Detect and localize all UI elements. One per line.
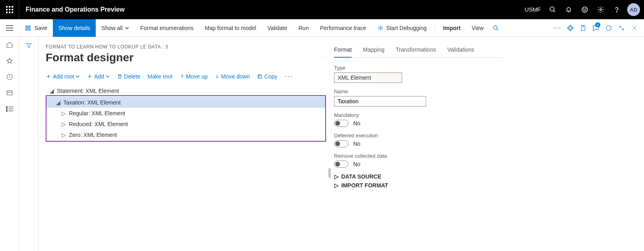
- recent-button[interactable]: [5, 72, 14, 82]
- separator: [435, 23, 435, 33]
- remove-toggle[interactable]: [334, 161, 348, 168]
- smile-icon: [581, 6, 588, 13]
- toolbar-more-button[interactable]: ···: [285, 72, 294, 80]
- messages-button[interactable]: 0: [590, 19, 602, 37]
- svg-point-12: [584, 9, 584, 10]
- chevron-down-icon: ◢: [49, 88, 54, 94]
- favorites-button[interactable]: [5, 56, 14, 66]
- left-column: FORMAT TO LEARN HOW TO LOOKUP LE DATA : …: [46, 44, 326, 251]
- delete-button[interactable]: Delete: [117, 73, 140, 80]
- validate-button[interactable]: Validate: [262, 19, 293, 37]
- make-root-button[interactable]: Make root: [147, 73, 172, 80]
- svg-line-10: [553, 10, 555, 12]
- svg-rect-0: [6, 6, 8, 8]
- save-button[interactable]: Save: [19, 19, 53, 37]
- section-import-format[interactable]: ▷ IMPORT FORMAT: [334, 182, 502, 189]
- run-button[interactable]: Run: [293, 19, 314, 37]
- copy-button[interactable]: Copy: [257, 73, 278, 80]
- performance-trace-button[interactable]: Performance trace: [314, 19, 372, 37]
- modules-button[interactable]: [5, 104, 14, 114]
- mandatory-toggle[interactable]: [334, 120, 348, 127]
- add-button[interactable]: Add: [87, 73, 110, 80]
- company-code[interactable]: USMF: [521, 6, 545, 13]
- view-button[interactable]: View: [466, 19, 489, 37]
- refresh-button[interactable]: [602, 19, 615, 37]
- tree-node-child[interactable]: ▷ Regular: XML Element: [46, 108, 325, 118]
- main-layout: FORMAT TO LEARN HOW TO LOOKUP LE DATA : …: [0, 37, 644, 251]
- filter-button[interactable]: [24, 41, 34, 50]
- tab-validations[interactable]: Validations: [447, 44, 474, 57]
- list-icon: [6, 106, 13, 112]
- section-data-source[interactable]: ▷ DATA SOURCE: [334, 173, 502, 180]
- name-input[interactable]: [334, 96, 426, 106]
- waffle-icon: [6, 6, 13, 13]
- search-button[interactable]: [545, 0, 561, 19]
- tree-node-selected[interactable]: ◢ Taxation: XML Element: [46, 97, 325, 108]
- attach-button[interactable]: [577, 19, 590, 37]
- more-icon: ···: [285, 72, 293, 80]
- chevron-right-icon: ▷: [61, 110, 66, 116]
- chevron-down-icon: [76, 75, 80, 78]
- add-root-button[interactable]: Add root: [46, 73, 80, 80]
- home-icon: [6, 41, 13, 48]
- splitter-grip[interactable]: [328, 168, 331, 178]
- tab-mapping[interactable]: Mapping: [363, 44, 384, 57]
- action-bar: Save Show details Show all Format enumer…: [0, 19, 644, 37]
- plus-icon: [87, 74, 93, 79]
- svg-point-33: [6, 110, 7, 112]
- chevron-right-icon: ▷: [61, 132, 66, 138]
- svg-point-21: [493, 26, 497, 29]
- popout-icon: [618, 25, 625, 31]
- svg-rect-4: [9, 9, 10, 10]
- map-format-button[interactable]: Map format to model: [199, 19, 262, 37]
- svg-point-13: [586, 9, 586, 10]
- svg-rect-27: [7, 91, 12, 95]
- more-icon: ···: [553, 24, 561, 32]
- tab-format[interactable]: Format: [334, 44, 352, 58]
- chevron-down-icon: [125, 27, 129, 29]
- svg-rect-3: [6, 9, 8, 10]
- feedback-button[interactable]: [577, 0, 593, 19]
- format-tree: ◢ Statement: XML Element ◢ Taxation: XML…: [46, 85, 326, 142]
- import-button[interactable]: Import: [437, 19, 466, 37]
- chevron-right-icon: ▷: [334, 173, 339, 180]
- show-details-button[interactable]: Show details: [53, 19, 96, 37]
- show-all-button[interactable]: Show all: [96, 19, 135, 37]
- svg-point-29: [6, 106, 7, 108]
- format-enumerations-button[interactable]: Format enumerations: [135, 19, 199, 37]
- move-up-button[interactable]: Move up: [180, 73, 208, 80]
- start-debugging-button[interactable]: Start Debugging: [372, 19, 432, 37]
- avatar[interactable]: AD: [627, 3, 640, 16]
- notifications-button[interactable]: [561, 0, 577, 19]
- svg-point-20: [380, 27, 381, 29]
- app-title: Finance and Operations Preview: [19, 6, 131, 13]
- nav-toggle-button[interactable]: [0, 19, 19, 37]
- move-down-button[interactable]: Move down: [215, 73, 250, 80]
- settings-button[interactable]: [593, 0, 609, 19]
- left-rail: [0, 37, 19, 251]
- popout-button[interactable]: [615, 19, 628, 37]
- close-button[interactable]: [628, 19, 641, 37]
- tree-node-root[interactable]: ◢ Statement: XML Element: [46, 85, 326, 96]
- hamburger-icon: [6, 25, 13, 31]
- diamond-button[interactable]: [564, 19, 577, 37]
- page-title: Format designer: [46, 51, 326, 64]
- type-field: Type XML Element: [334, 65, 502, 83]
- deferred-toggle[interactable]: [334, 140, 348, 147]
- tab-transformations[interactable]: Transformations: [396, 44, 436, 57]
- tree-toolbar: Add root Add Delete Make root Move up: [46, 72, 326, 80]
- home-button[interactable]: [5, 40, 14, 50]
- app-launcher-button[interactable]: [0, 0, 19, 19]
- close-icon: [632, 25, 637, 31]
- search-action[interactable]: [489, 19, 502, 37]
- tree-node-child[interactable]: ▷ Reduced: XML Element: [46, 118, 325, 129]
- name-label: Name: [334, 88, 502, 94]
- workspaces-button[interactable]: [5, 88, 14, 98]
- more-button[interactable]: ···: [551, 19, 564, 37]
- svg-point-9: [550, 7, 554, 11]
- help-button[interactable]: [609, 0, 625, 19]
- type-label: Type: [334, 65, 502, 71]
- svg-point-15: [616, 12, 617, 12]
- tree-node-child[interactable]: ▷ Zero: XML Element: [46, 129, 325, 140]
- star-icon: [6, 57, 13, 64]
